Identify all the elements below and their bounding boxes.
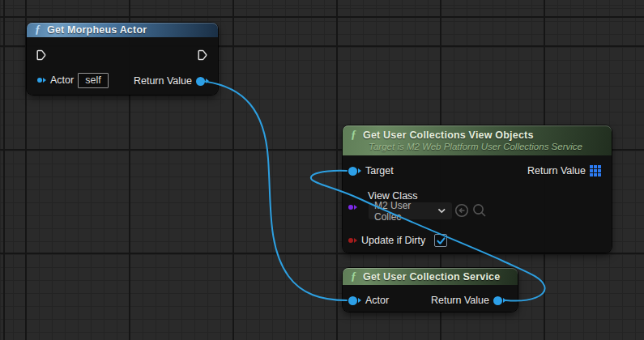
node-subtitle: Target is M2 Web Platform User Collectio… bbox=[351, 142, 582, 151]
actor-input-pin[interactable] bbox=[37, 78, 46, 83]
pin-label: Return Value bbox=[134, 75, 192, 87]
update-if-dirty-input-pin[interactable] bbox=[348, 238, 357, 243]
browse-asset-search-icon[interactable] bbox=[472, 203, 487, 218]
node-header[interactable]: ƒ Get Morpheus Actor bbox=[27, 23, 218, 37]
function-icon: ƒ bbox=[351, 130, 356, 141]
pin-label: Actor bbox=[50, 74, 74, 86]
blueprint-graph-canvas[interactable]: ƒ Get Morpheus Actor Actor self Return V… bbox=[0, 0, 644, 340]
node-header[interactable]: ƒ Get User Collection Service bbox=[343, 268, 518, 285]
return-value-array-output-pin[interactable] bbox=[590, 165, 601, 176]
chevron-down-icon bbox=[437, 208, 446, 214]
node-title: Get Morpheus Actor bbox=[47, 24, 147, 36]
actor-default-value-field[interactable]: self bbox=[78, 73, 108, 88]
view-class-dropdown[interactable]: M2 User Collec bbox=[369, 202, 452, 219]
wire-morpheus-return-to-service-actor[interactable] bbox=[201, 81, 347, 300]
pin-label: Actor bbox=[365, 295, 389, 306]
pin-label: Target bbox=[365, 165, 394, 176]
check-icon bbox=[436, 236, 446, 246]
view-class-input-pin[interactable] bbox=[348, 205, 357, 210]
exec-out-pin[interactable] bbox=[198, 49, 208, 61]
node-header[interactable]: ƒ Get User Collections View Objects Targ… bbox=[343, 125, 612, 155]
node-title: Get User Collections View Objects bbox=[363, 130, 534, 141]
actor-input-pin[interactable] bbox=[348, 296, 361, 305]
function-icon: ƒ bbox=[351, 271, 356, 283]
pin-label: Update if Dirty bbox=[361, 235, 425, 246]
node-get-morpheus-actor[interactable]: ƒ Get Morpheus Actor Actor self Return V… bbox=[27, 23, 218, 95]
use-selected-asset-icon[interactable] bbox=[454, 203, 469, 218]
return-value-output-pin[interactable] bbox=[493, 296, 506, 305]
exec-in-pin[interactable] bbox=[36, 49, 47, 61]
node-title: Get User Collection Service bbox=[363, 271, 500, 283]
pin-label: Return Value bbox=[527, 165, 586, 176]
node-get-user-collections-view-objects[interactable]: ƒ Get User Collections View Objects Targ… bbox=[343, 125, 612, 253]
target-input-pin[interactable] bbox=[348, 167, 361, 176]
node-get-user-collection-service[interactable]: ƒ Get User Collection Service Actor Retu… bbox=[343, 268, 518, 312]
function-icon: ƒ bbox=[35, 24, 41, 36]
pin-label: Return Value bbox=[431, 295, 489, 306]
